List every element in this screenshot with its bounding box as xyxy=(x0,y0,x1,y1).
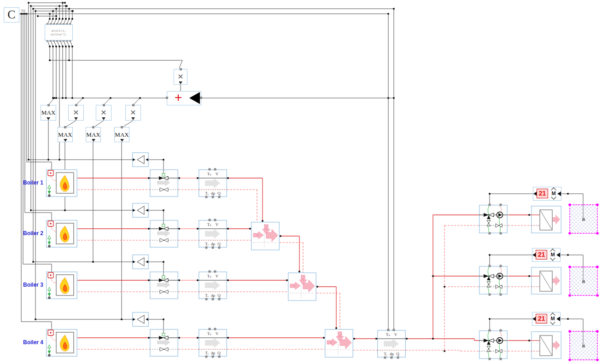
gain-block-icon[interactable] xyxy=(133,203,149,218)
zone-setpoint-block[interactable]: 21 M xyxy=(532,248,561,262)
plus-label: + xyxy=(175,90,182,104)
constant-block[interactable]: C xyxy=(4,7,19,23)
junction-inlet-label: 1 xyxy=(257,233,258,237)
junction-inlet-label: 1 xyxy=(330,341,332,344)
setpoint-value[interactable]: 21 xyxy=(536,250,547,260)
max-label: MAX xyxy=(115,131,129,138)
gain-block-icon[interactable] xyxy=(133,255,149,269)
boiler-icon[interactable] xyxy=(47,272,77,299)
heat-exchanger-icon[interactable] xyxy=(531,206,561,233)
sensor-supply-label: Tₛ V xyxy=(202,222,223,227)
multiply-label: × xyxy=(130,107,136,117)
max-block[interactable]: MAX xyxy=(114,127,129,142)
pump-station-icon[interactable] xyxy=(479,204,508,235)
multiply-block[interactable]: × xyxy=(96,105,111,121)
gain-block-icon[interactable] xyxy=(133,153,149,167)
zone-setpoint-block[interactable]: 21 M xyxy=(533,187,561,201)
sensor-supply-label: Tₛ V xyxy=(202,172,223,176)
max-block[interactable]: MAX xyxy=(41,105,56,121)
control-valve-icon[interactable] xyxy=(150,220,178,248)
multiply-label: × xyxy=(101,107,106,117)
pump-station-icon[interactable] xyxy=(479,329,508,360)
max-block[interactable]: MAX xyxy=(86,127,101,142)
gain-block-icon[interactable] xyxy=(133,312,149,327)
boiler-label: Boiler 2 xyxy=(12,230,43,237)
junction-branch-label: 2 xyxy=(339,334,341,338)
junction-branch-label: 2 xyxy=(302,277,304,281)
boiler-label: Boiler 3 xyxy=(12,282,43,288)
junction-branch-label: 2 xyxy=(265,227,267,231)
thermal-load-icon[interactable] xyxy=(568,203,599,235)
pipe-junction-icon[interactable] xyxy=(325,329,353,358)
expression-block[interactable]: a=in1+1; out2=a^2; xyxy=(45,24,73,40)
pipe-junction-icon[interactable] xyxy=(251,222,280,250)
input-arrow-icon xyxy=(557,191,561,196)
max-block[interactable]: MAX xyxy=(58,127,73,142)
pipe-junction-icon[interactable] xyxy=(288,273,316,301)
multiply-block[interactable]: × xyxy=(68,105,84,121)
boiler-label: Boiler 4 xyxy=(12,339,43,346)
boiler-label: Boiler 1 xyxy=(12,179,43,186)
setpoint-value[interactable]: 21 xyxy=(537,189,548,198)
multiply-block[interactable]: × xyxy=(125,105,141,121)
product-label: × xyxy=(178,71,183,81)
multiply-label: × xyxy=(73,107,79,117)
diagram-canvas: C 70 a=in1+1; out2=a^2; MAX × × × MAX MA… xyxy=(0,0,602,364)
constant-label: C xyxy=(7,8,15,21)
max-label: MAX xyxy=(86,131,100,138)
setpoint-value[interactable]: 21 xyxy=(536,314,547,324)
sensor-return-label: Tᵣ dp Q xyxy=(379,352,404,356)
max-label: MAX xyxy=(58,131,72,138)
product-block[interactable]: × xyxy=(174,69,187,85)
boiler-icon[interactable] xyxy=(47,220,77,248)
expression-line1: a=in1+1; xyxy=(45,29,72,33)
sensor-supply-label: Tₛ V xyxy=(202,274,223,278)
diagram-graphics xyxy=(0,0,602,364)
boiler-icon[interactable] xyxy=(47,329,77,357)
control-valve-icon[interactable] xyxy=(150,272,178,299)
max-label: MAX xyxy=(41,109,55,116)
motor-actuator-icon: M xyxy=(549,312,556,325)
sum-block[interactable]: + xyxy=(167,91,201,105)
motor-actuator-icon: M xyxy=(549,248,556,261)
thermal-load-icon[interactable] xyxy=(568,330,599,361)
thermal-load-icon[interactable] xyxy=(568,266,599,297)
zone-setpoint-block[interactable]: 21 M xyxy=(532,312,561,326)
sensor-return-label: Tᵣ dp Q xyxy=(200,191,226,196)
pump-station-icon[interactable] xyxy=(479,265,508,296)
sensor-supply-label: Tₛ V xyxy=(381,332,402,337)
heat-exchanger-icon[interactable] xyxy=(531,332,561,359)
boiler-icon[interactable] xyxy=(47,170,77,197)
sensor-supply-label: Tₛ V xyxy=(202,331,223,336)
input-arrow-icon xyxy=(556,253,560,257)
control-valve-icon[interactable] xyxy=(150,329,178,357)
sensor-return-label: Tᵣ dp Q xyxy=(200,293,226,298)
sensor-return-label: Tᵣ dp Q xyxy=(200,242,226,246)
heat-exchanger-icon[interactable] xyxy=(531,267,561,295)
feedback-arrow-icon xyxy=(189,92,200,104)
control-valve-icon[interactable] xyxy=(150,170,178,197)
junction-inlet-label: 1 xyxy=(293,284,295,288)
input-arrow-icon xyxy=(556,317,560,321)
supply-pipes-light xyxy=(178,178,199,338)
motor-actuator-icon: M xyxy=(550,187,557,200)
constant-value: 70 xyxy=(21,9,25,13)
sensor-return-label: Tᵣ dp Q xyxy=(200,351,226,355)
expression-line2: out2=a^2; xyxy=(45,33,72,36)
